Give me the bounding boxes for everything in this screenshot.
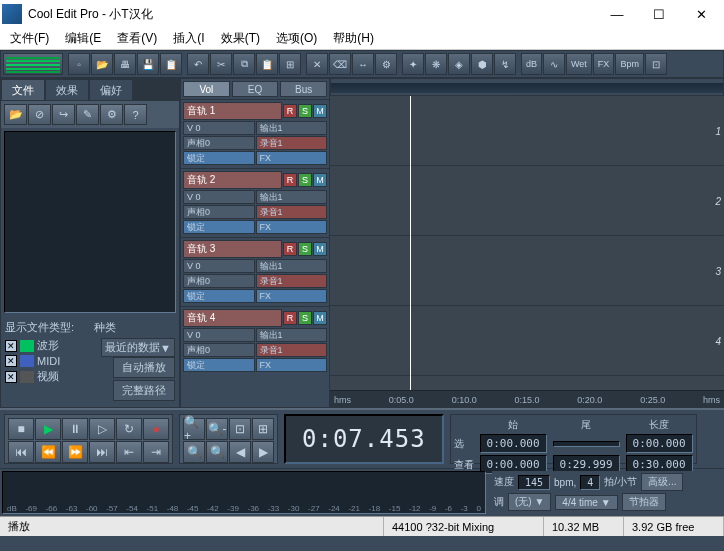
- track-lock[interactable]: 锁定: [183, 289, 255, 303]
- track-record-toggle[interactable]: R: [283, 173, 297, 187]
- key-dropdown[interactable]: (无) ▼: [508, 493, 551, 511]
- track-output[interactable]: 输出1: [256, 190, 328, 204]
- track-volume[interactable]: V 0: [183, 121, 255, 135]
- file-open-icon[interactable]: 📂: [4, 104, 27, 125]
- time-ruler[interactable]: hms 0:05.0 0:10.0 0:15.0 0:20.0 0:25.0 h…: [330, 390, 724, 408]
- beats-field[interactable]: 4: [580, 475, 600, 490]
- close-button[interactable]: ✕: [680, 0, 722, 28]
- new-file-icon[interactable]: ▫: [68, 53, 90, 75]
- file-help-icon[interactable]: ?: [124, 104, 147, 125]
- metronome-button[interactable]: 节拍器: [622, 493, 666, 511]
- wet-button[interactable]: Wet: [566, 53, 592, 75]
- zoom-right-icon[interactable]: ▶: [252, 441, 274, 463]
- zoom-in-h-icon[interactable]: 🔍+: [183, 418, 205, 440]
- track-record-toggle[interactable]: R: [283, 242, 297, 256]
- time-display[interactable]: 0:07.453: [284, 414, 444, 464]
- sel-len-field[interactable]: 0:00.000: [626, 434, 693, 453]
- rewind-button[interactable]: ⏪: [35, 441, 61, 463]
- zoom-in-v-icon[interactable]: 🔍: [183, 441, 205, 463]
- effect-2-icon[interactable]: ❋: [425, 53, 447, 75]
- delete-icon[interactable]: ⌫: [329, 53, 351, 75]
- mixer-tab-eq[interactable]: EQ: [232, 81, 279, 97]
- track-record-toggle[interactable]: R: [283, 311, 297, 325]
- print-icon[interactable]: 🖶: [114, 53, 136, 75]
- track-volume[interactable]: V 0: [183, 190, 255, 204]
- tool-a-icon[interactable]: ∿: [543, 53, 565, 75]
- mixer-tab-bus[interactable]: Bus: [280, 81, 327, 97]
- track-fx[interactable]: FX: [256, 358, 328, 372]
- goto-end-button[interactable]: ⏭: [89, 441, 115, 463]
- menu-file[interactable]: 文件(F): [2, 28, 57, 49]
- track-output[interactable]: 输出1: [256, 328, 328, 342]
- autoplay-button[interactable]: 自动播放: [113, 357, 175, 378]
- track-output[interactable]: 输出1: [256, 259, 328, 273]
- track-rec-input[interactable]: 录音1: [256, 274, 328, 288]
- advanced-button[interactable]: 高级...: [641, 473, 683, 491]
- play-loop-button[interactable]: ▷: [89, 418, 115, 440]
- file-edit-icon[interactable]: ✎: [76, 104, 99, 125]
- effect-4-icon[interactable]: ⬢: [471, 53, 493, 75]
- tab-files[interactable]: 文件: [1, 79, 45, 101]
- track-mute-toggle[interactable]: M: [313, 173, 327, 187]
- timeline-overview[interactable]: [330, 78, 724, 96]
- track-record-toggle[interactable]: R: [283, 104, 297, 118]
- track-name[interactable]: 音轨 4: [183, 309, 282, 327]
- menu-insert[interactable]: 插入(I: [165, 28, 212, 49]
- zoom-left-icon[interactable]: ◀: [229, 441, 251, 463]
- track-rec-input[interactable]: 录音1: [256, 205, 328, 219]
- file-close-icon[interactable]: ⊘: [28, 104, 51, 125]
- playhead[interactable]: [410, 96, 411, 390]
- db-button[interactable]: dB: [521, 53, 542, 75]
- track-solo-toggle[interactable]: S: [298, 311, 312, 325]
- menu-options[interactable]: 选项(O): [268, 28, 325, 49]
- record-button[interactable]: ●: [143, 418, 169, 440]
- fullpath-button[interactable]: 完整路径: [113, 380, 175, 401]
- zoom-sel-icon[interactable]: ⊞: [252, 418, 274, 440]
- play-button[interactable]: ▶: [35, 418, 61, 440]
- track-output[interactable]: 输出1: [256, 121, 328, 135]
- waveform-view-icon[interactable]: [3, 53, 63, 75]
- settings-icon[interactable]: ⚙: [375, 53, 397, 75]
- tool-b-icon[interactable]: ⊡: [645, 53, 667, 75]
- track-pan[interactable]: 声相0: [183, 343, 255, 357]
- track-rec-input[interactable]: 录音1: [256, 343, 328, 357]
- loop-button[interactable]: ↻: [116, 418, 142, 440]
- sel-end-field[interactable]: [553, 441, 620, 447]
- bpm-field[interactable]: 145: [518, 475, 550, 490]
- minimize-button[interactable]: —: [596, 0, 638, 28]
- paste-icon[interactable]: 📋: [256, 53, 278, 75]
- track-pan[interactable]: 声相0: [183, 205, 255, 219]
- stop-button[interactable]: ■: [8, 418, 34, 440]
- mix-paste-icon[interactable]: ⊞: [279, 53, 301, 75]
- tracks-view[interactable]: 1 2 3 4: [330, 96, 724, 390]
- track-name[interactable]: 音轨 3: [183, 240, 282, 258]
- fx-button[interactable]: FX: [593, 53, 615, 75]
- bpm-button[interactable]: Bpm: [615, 53, 644, 75]
- waveform-checkbox[interactable]: ✕: [5, 340, 17, 352]
- copy-icon[interactable]: ⧉: [233, 53, 255, 75]
- save-as-icon[interactable]: 📋: [160, 53, 182, 75]
- timesig-dropdown[interactable]: 4/4 time ▼: [555, 495, 617, 510]
- effect-5-icon[interactable]: ↯: [494, 53, 516, 75]
- undo-icon[interactable]: ↶: [187, 53, 209, 75]
- track-mute-toggle[interactable]: M: [313, 242, 327, 256]
- next-marker-button[interactable]: ⇥: [143, 441, 169, 463]
- track-fx[interactable]: FX: [256, 151, 328, 165]
- tab-prefs[interactable]: 偏好: [89, 79, 133, 101]
- trim-icon[interactable]: ✕: [306, 53, 328, 75]
- prev-marker-button[interactable]: ⇤: [116, 441, 142, 463]
- menu-edit[interactable]: 编辑(E: [57, 28, 109, 49]
- zoom-full-icon[interactable]: ⊡: [229, 418, 251, 440]
- track-lock[interactable]: 锁定: [183, 151, 255, 165]
- midi-checkbox[interactable]: ✕: [5, 355, 17, 367]
- file-insert-icon[interactable]: ↪: [52, 104, 75, 125]
- track-rec-input[interactable]: 录音1: [256, 136, 328, 150]
- menu-help[interactable]: 帮助(H): [325, 28, 382, 49]
- track-solo-toggle[interactable]: S: [298, 242, 312, 256]
- track-pan[interactable]: 声相0: [183, 136, 255, 150]
- track-mute-toggle[interactable]: M: [313, 104, 327, 118]
- pause-button[interactable]: ⏸: [62, 418, 88, 440]
- track-lock[interactable]: 锁定: [183, 220, 255, 234]
- track-mute-toggle[interactable]: M: [313, 311, 327, 325]
- track-pan[interactable]: 声相0: [183, 274, 255, 288]
